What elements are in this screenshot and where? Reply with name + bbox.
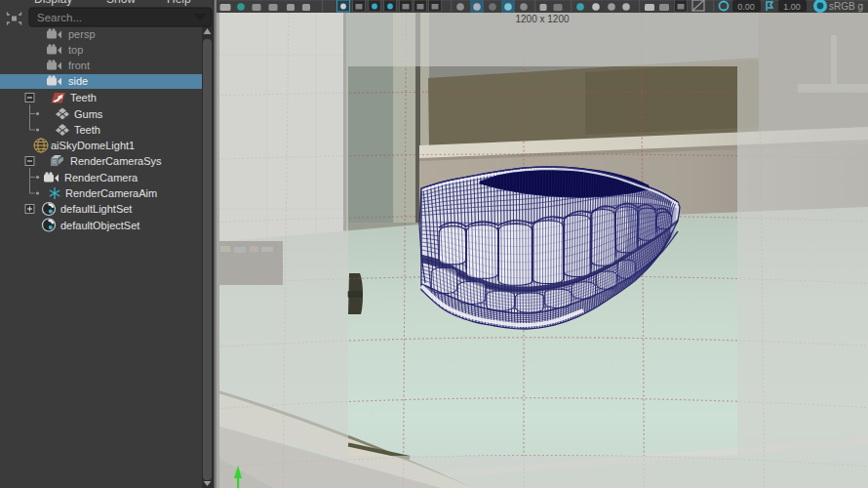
svg-text:Show: Show — [106, 0, 136, 6]
svg-text:Help: Help — [167, 0, 191, 6]
svg-text:1200 x 1200: 1200 x 1200 — [515, 14, 569, 24]
svg-text:Teeth: Teeth — [70, 92, 97, 103]
svg-text:Display: Display — [34, 0, 72, 6]
svg-text:Teeth: Teeth — [74, 124, 100, 136]
svg-text:0.00: 0.00 — [737, 2, 755, 12]
svg-text:persp: persp — [68, 28, 96, 40]
svg-text:defaultLightSet: defaultLightSet — [60, 203, 132, 215]
svg-text:RenderCamera: RenderCamera — [64, 172, 138, 183]
svg-text:1.00: 1.00 — [783, 2, 801, 12]
svg-text:aiSkyDomeLight1: aiSkyDomeLight1 — [51, 140, 135, 151]
svg-text:side: side — [68, 75, 88, 87]
svg-text:Gums: Gums — [74, 108, 103, 120]
svg-text:top: top — [68, 44, 83, 56]
svg-text:defaultObjectSet: defaultObjectSet — [60, 220, 139, 231]
svg-text:sRGB g: sRGB g — [829, 1, 863, 12]
svg-text:RenderCameraAim: RenderCameraAim — [65, 187, 157, 199]
svg-text:RenderCameraSys: RenderCameraSys — [70, 155, 162, 167]
svg-text:Search...: Search... — [37, 12, 82, 23]
svg-text:front: front — [68, 60, 90, 71]
